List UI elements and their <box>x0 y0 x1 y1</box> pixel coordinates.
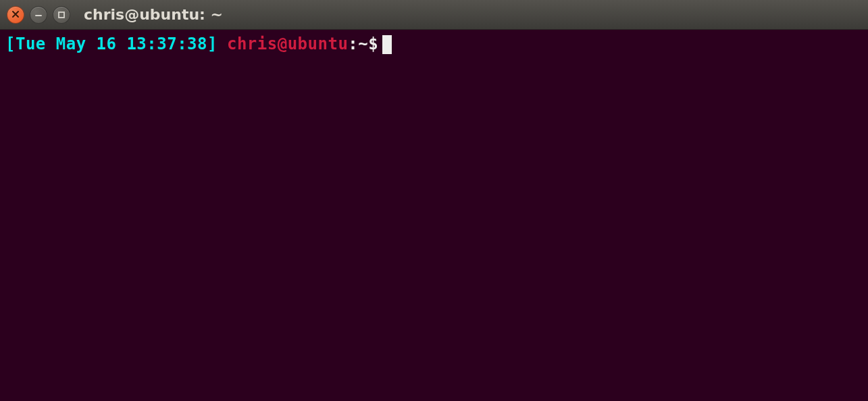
titlebar: chris@ubuntu: ~ <box>0 0 868 30</box>
svg-rect-0 <box>59 12 64 18</box>
cursor <box>382 35 392 54</box>
separator: : <box>348 34 358 55</box>
prompt-symbol: $ <box>368 34 378 55</box>
minimize-button[interactable] <box>30 6 47 24</box>
close-icon <box>11 8 20 21</box>
user-host: chris@ubuntu <box>227 34 348 55</box>
current-path: ~ <box>358 34 368 55</box>
window-controls <box>7 6 70 24</box>
prompt-line: [Tue May 16 13:37:38]chris@ubuntu:~$ <box>5 34 863 55</box>
maximize-icon <box>58 8 65 21</box>
timestamp-close-bracket: ] <box>207 34 218 55</box>
minimize-icon <box>34 8 43 21</box>
terminal-body[interactable]: [Tue May 16 13:37:38]chris@ubuntu:~$ <box>0 30 868 401</box>
maximize-button[interactable] <box>53 6 70 24</box>
close-button[interactable] <box>7 6 24 24</box>
timestamp-open-bracket: [ <box>5 34 16 55</box>
window-title: chris@ubuntu: ~ <box>84 6 223 23</box>
timestamp-value: Tue May 16 13:37:38 <box>16 34 207 55</box>
